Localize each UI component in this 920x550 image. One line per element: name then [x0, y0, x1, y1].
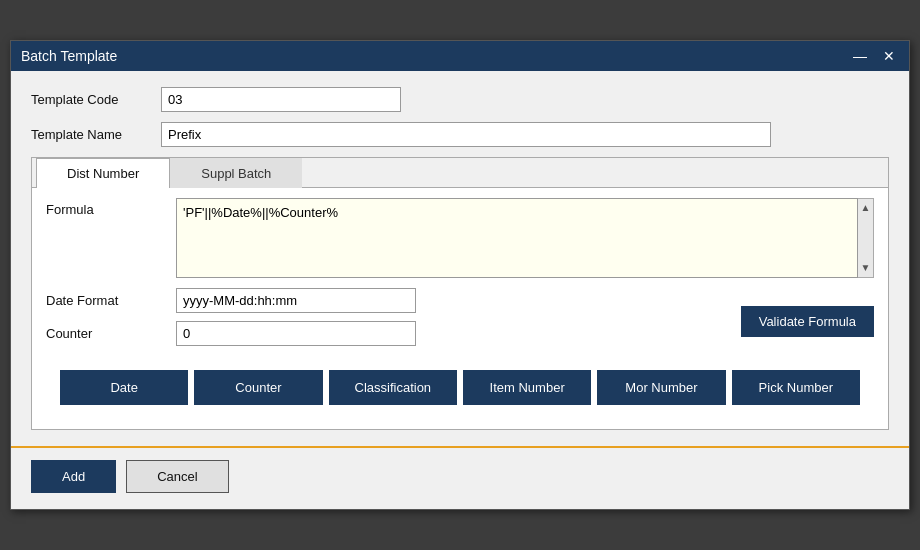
date-counter-section: Date Format Counter — [46, 288, 721, 354]
date-button[interactable]: Date — [60, 370, 188, 405]
add-button[interactable]: Add — [31, 460, 116, 493]
formula-row: Formula 'PF'||%Date%||%Counter% ▲ ▼ — [46, 198, 874, 278]
validate-formula-button[interactable]: Validate Formula — [741, 306, 874, 337]
titlebar: Batch Template — ✕ — [11, 41, 909, 71]
window-title: Batch Template — [21, 48, 117, 64]
date-format-row: Date Format — [46, 288, 721, 313]
tabs-panel: Dist Number Suppl Batch Formula 'PF'||%D… — [31, 157, 889, 430]
tabs-header: Dist Number Suppl Batch — [32, 158, 888, 188]
counter-label: Counter — [46, 326, 176, 341]
formula-label: Formula — [46, 198, 176, 217]
pick-number-button[interactable]: Pick Number — [732, 370, 860, 405]
minimize-button[interactable]: — — [849, 49, 871, 63]
template-code-row: Template Code — [31, 87, 889, 112]
counter-row: Counter — [46, 321, 721, 346]
action-buttons-row: Date Counter Classification Item Number … — [46, 362, 874, 415]
template-code-label: Template Code — [31, 92, 161, 107]
validate-area: Validate Formula — [741, 306, 874, 337]
tab-content-dist-number: Formula 'PF'||%Date%||%Counter% ▲ ▼ Date… — [32, 188, 888, 429]
counter-input[interactable] — [176, 321, 416, 346]
date-format-label: Date Format — [46, 293, 176, 308]
mor-number-button[interactable]: Mor Number — [597, 370, 725, 405]
close-button[interactable]: ✕ — [879, 49, 899, 63]
formula-scrollbar: ▲ ▼ — [858, 198, 874, 278]
classification-button[interactable]: Classification — [329, 370, 457, 405]
template-code-input[interactable] — [161, 87, 401, 112]
item-number-button[interactable]: Item Number — [463, 370, 591, 405]
template-name-row: Template Name — [31, 122, 889, 147]
main-content: Template Code Template Name Dist Number … — [11, 71, 909, 446]
template-name-input[interactable] — [161, 122, 771, 147]
counter-button[interactable]: Counter — [194, 370, 322, 405]
batch-template-window: Batch Template — ✕ Template Code Templat… — [10, 40, 910, 510]
date-format-input[interactable] — [176, 288, 416, 313]
cancel-button[interactable]: Cancel — [126, 460, 228, 493]
template-name-label: Template Name — [31, 127, 161, 142]
formula-textarea[interactable]: 'PF'||%Date%||%Counter% — [176, 198, 858, 278]
tab-dist-number[interactable]: Dist Number — [36, 158, 170, 188]
scroll-down-icon[interactable]: ▼ — [861, 261, 871, 275]
scroll-up-icon[interactable]: ▲ — [861, 201, 871, 215]
footer: Add Cancel — [11, 446, 909, 509]
tab-suppl-batch[interactable]: Suppl Batch — [170, 158, 302, 188]
window-controls: — ✕ — [849, 49, 899, 63]
